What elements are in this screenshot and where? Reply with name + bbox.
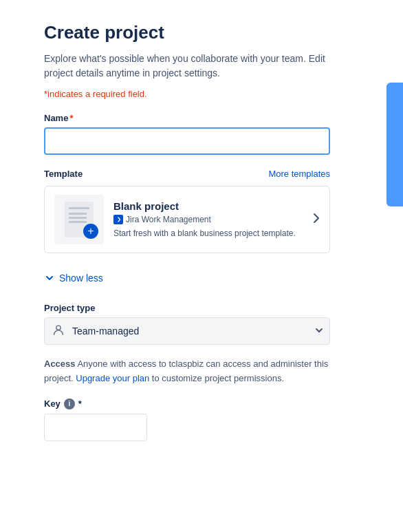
- template-card[interactable]: + Blank project Jira Work Management Sta…: [44, 186, 330, 253]
- key-field-label: Key i *: [44, 398, 330, 409]
- show-less-button[interactable]: Show less: [44, 267, 103, 289]
- required-note: *indicates a required field.: [44, 89, 330, 99]
- project-type-select[interactable]: Team-managed Company-managed: [44, 317, 330, 345]
- template-info: Blank project Jira Work Management Start…: [113, 200, 303, 240]
- project-type-label: Project type: [44, 303, 330, 313]
- project-type-section: Project type Team-managed Company-manage…: [44, 303, 330, 345]
- template-section: Template More templates + Blank project: [44, 169, 330, 253]
- key-required-star: *: [78, 398, 82, 409]
- page-title: Create project: [44, 22, 330, 43]
- template-add-badge: +: [83, 224, 98, 239]
- name-field-label: Name*: [44, 113, 330, 123]
- upgrade-link[interactable]: Upgrade your plan: [76, 373, 149, 383]
- name-required-star: *: [69, 113, 73, 123]
- name-field-group: Name*: [44, 113, 330, 155]
- svg-point-1: [56, 326, 61, 330]
- template-thumbnail: +: [54, 195, 104, 244]
- template-brand: Jira Work Management: [113, 215, 303, 224]
- project-type-select-wrapper: Team-managed Company-managed: [44, 317, 330, 345]
- template-arrow-icon: [313, 213, 320, 226]
- name-input[interactable]: [44, 127, 330, 155]
- more-templates-link[interactable]: More templates: [268, 169, 330, 179]
- decorative-bar: [386, 83, 403, 206]
- template-label: Template: [44, 169, 83, 179]
- show-less-section: Show less: [44, 267, 330, 289]
- access-section: Access Anyone with access to tclaspbiz c…: [44, 357, 330, 386]
- template-header: Template More templates: [44, 169, 330, 179]
- jira-brand-icon: [113, 215, 123, 224]
- template-description: Start fresh with a blank business projec…: [113, 228, 303, 240]
- show-less-label: Show less: [59, 273, 103, 284]
- template-name: Blank project: [113, 200, 303, 212]
- key-section: Key i *: [44, 398, 330, 441]
- access-text: Access Anyone with access to tclaspbiz c…: [44, 357, 330, 386]
- people-icon: [52, 323, 65, 339]
- page-subtitle: Explore what's possible when you collabo…: [44, 52, 330, 81]
- chevron-collapse-icon: [44, 273, 55, 284]
- key-info-icon[interactable]: i: [64, 398, 75, 409]
- key-input[interactable]: [44, 414, 147, 441]
